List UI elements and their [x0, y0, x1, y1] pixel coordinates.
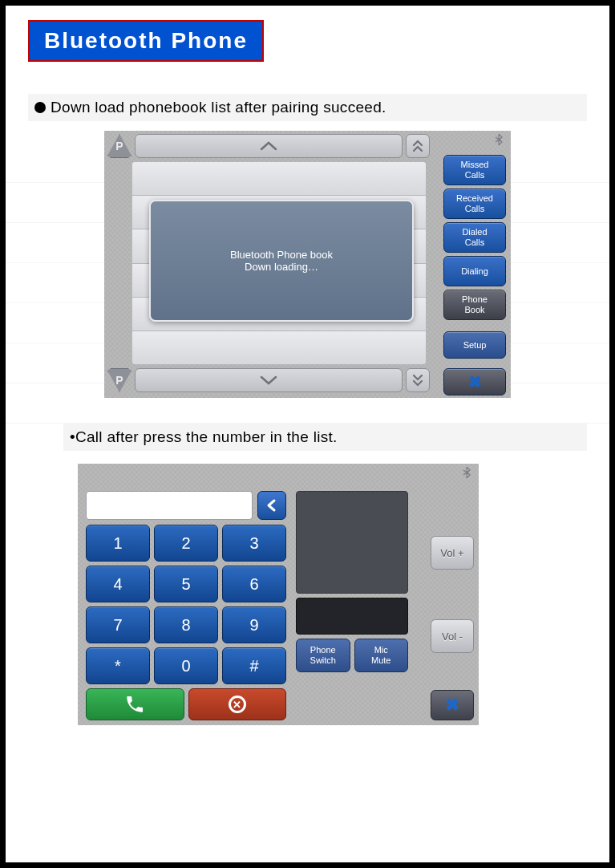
- bullet-icon: [34, 102, 46, 113]
- volume-up-button[interactable]: Vol +: [431, 536, 474, 570]
- phonebook-list-area: P Bluetooth Phone book Down loading…: [107, 134, 430, 392]
- key-1[interactable]: 1: [86, 525, 150, 562]
- dialing-button[interactable]: Dialing: [443, 256, 506, 286]
- list-item[interactable]: [131, 161, 427, 195]
- key-2[interactable]: 2: [154, 525, 218, 562]
- dialog-line1: Bluetooth Phone book: [230, 249, 333, 261]
- close-button[interactable]: ✖: [443, 368, 506, 395]
- key-hash[interactable]: #: [222, 647, 286, 684]
- dialog-line2: Down loading…: [245, 261, 318, 273]
- key-5[interactable]: 5: [154, 566, 218, 602]
- cancel-icon: ✕: [229, 696, 246, 713]
- volume-controls: Vol + Vol -: [431, 536, 474, 653]
- key-9[interactable]: 9: [222, 606, 286, 643]
- dialed-calls-button[interactable]: Dialed Calls: [443, 222, 506, 253]
- mic-mute-button[interactable]: Mic Mute: [354, 639, 409, 672]
- key-star[interactable]: *: [86, 647, 150, 684]
- downloading-dialog: Bluetooth Phone book Down loading…: [149, 200, 414, 322]
- call-button[interactable]: [86, 688, 184, 720]
- phone-book-button[interactable]: Phone Book: [443, 290, 506, 320]
- page-badge-top: P: [107, 134, 131, 158]
- volume-down-button[interactable]: Vol -: [431, 619, 474, 653]
- page-up-button[interactable]: [406, 134, 430, 158]
- phonebook-download-screen: P Bluetooth Phone book Down loading…: [104, 131, 511, 398]
- key-0[interactable]: 0: [154, 647, 218, 684]
- key-8[interactable]: 8: [154, 606, 218, 643]
- step-2-text: •Call after press the number in the list…: [63, 424, 587, 451]
- key-6[interactable]: 6: [222, 566, 286, 602]
- bluetooth-icon: [495, 134, 503, 148]
- number-display[interactable]: [86, 491, 253, 520]
- backspace-button[interactable]: [257, 491, 286, 520]
- dialer-screen: 1 2 3 4 5 6 7 8 9 * 0 # ✕: [78, 464, 479, 725]
- call-info-area: [296, 491, 408, 594]
- scroll-up-button[interactable]: [135, 134, 403, 158]
- scroll-down-button[interactable]: [135, 368, 403, 392]
- received-calls-button[interactable]: Received Calls: [443, 189, 506, 219]
- phone-switch-button[interactable]: Phone Switch: [296, 639, 350, 672]
- dialer-left-panel: 1 2 3 4 5 6 7 8 9 * 0 # ✕: [86, 491, 286, 720]
- list-item[interactable]: [131, 331, 427, 365]
- key-3[interactable]: 3: [222, 525, 286, 562]
- page-badge-bottom: P: [107, 368, 131, 392]
- page-down-button[interactable]: [406, 368, 430, 392]
- key-4[interactable]: 4: [86, 566, 150, 602]
- key-7[interactable]: 7: [86, 606, 150, 643]
- dialer-right-panel: Phone Switch Mic Mute: [296, 491, 408, 672]
- manual-page: Bluetooth Phone Down load phonebook list…: [0, 0, 615, 868]
- page-title: Bluetooth Phone: [28, 20, 264, 62]
- setup-button[interactable]: Setup: [443, 331, 506, 359]
- close-button[interactable]: ✖: [431, 690, 474, 720]
- missed-calls-button[interactable]: Missed Calls: [443, 155, 506, 185]
- call-status-area: [296, 598, 408, 635]
- call-category-sidebar: Missed Calls Received Calls Dialed Calls…: [443, 155, 506, 395]
- keypad: 1 2 3 4 5 6 7 8 9 * 0 #: [86, 525, 286, 684]
- step-1-text: Down load phonebook list after pairing s…: [28, 94, 587, 121]
- end-call-button[interactable]: ✕: [188, 688, 287, 720]
- bluetooth-icon: [463, 467, 471, 481]
